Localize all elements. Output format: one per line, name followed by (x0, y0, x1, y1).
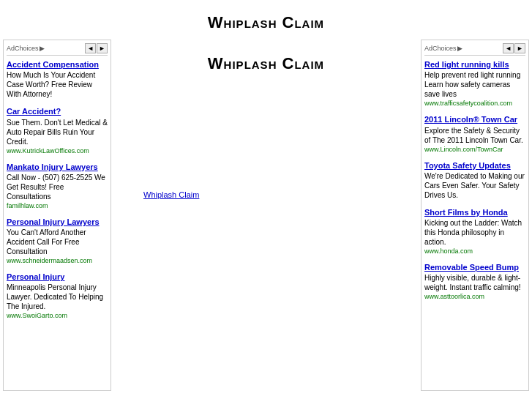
right-ad-body-3: Kicking out the Ladder: Watch this Honda… (424, 218, 525, 247)
left-ad-url-3: www.schneidermaadsen.com (7, 257, 108, 264)
right-ad-nav: ◄ ► (503, 43, 525, 53)
right-ad-item-1: 2011 Lincoln® Town Car Explore the Safet… (424, 114, 525, 152)
right-ad-title-0[interactable]: Red light running kills (424, 59, 525, 70)
left-ad-url-2: familhlaw.com (7, 202, 108, 209)
left-ad-body-3: You Can't Afford Another Accident Call F… (7, 228, 108, 256)
left-ad-body-2: Call Now - (507) 625-2525 We Get Results… (7, 173, 108, 201)
right-ad-body-4: Highly visible, durable & light- weight.… (424, 273, 525, 292)
left-ad-item-3: Personal Injury Lawyers You Can't Afford… (7, 217, 108, 264)
right-ad-body-2: We're Dedicated to Making our Cars Even … (424, 171, 525, 200)
right-ad-body-1: Explore the Safety & Security of The 201… (424, 126, 525, 145)
right-ad-body-0: Help prevent red light running Learn how… (424, 70, 525, 99)
breadcrumb[interactable]: Whiplash Claim (143, 190, 199, 199)
left-ad-url-1: www.KutrickLawOffices.com (7, 147, 108, 154)
right-ad-header: AdChoices ▶ ◄ ► (424, 43, 525, 56)
left-ad-item-0: Accident Compensation How Much Is Your A… (7, 59, 108, 99)
left-ad-title-4[interactable]: Personal Injury (7, 272, 108, 282)
left-ad-item-4: Personal Injury Minneapolis Personal Inj… (7, 272, 108, 319)
left-adchoices-arrow: ▶ (40, 45, 45, 52)
main-layout: AdChoices ▶ ◄ ► Accident Compensation Ho… (0, 40, 532, 391)
page-top-title: Whiplash Claim (0, 0, 532, 40)
center-main-title: Whiplash Claim (208, 54, 324, 73)
left-ad-prev[interactable]: ◄ (85, 43, 96, 53)
right-ad-prev[interactable]: ◄ (503, 43, 514, 53)
left-ad-title-3[interactable]: Personal Injury Lawyers (7, 217, 108, 227)
right-ad-url-4: www.asttoorlica.com (424, 293, 525, 300)
left-ad-nav: ◄ ► (85, 43, 108, 53)
center-content: Whiplash Claim Whiplash Claim (114, 40, 418, 391)
right-ad-next[interactable]: ► (514, 43, 525, 53)
left-ad-title-0[interactable]: Accident Compensation (7, 59, 108, 70)
right-ad-title-4[interactable]: Removable Speed Bump (424, 262, 525, 272)
left-ad-column: AdChoices ▶ ◄ ► Accident Compensation Ho… (3, 40, 111, 391)
left-ad-body-0: How Much Is Your Accident Case Worth? Fr… (7, 70, 108, 99)
left-ad-item-1: Car Accident? Sue Them. Don't Let Medica… (7, 106, 108, 154)
right-ad-item-0: Red light running kills Help prevent red… (424, 59, 525, 107)
right-adchoices-arrow: ▶ (457, 45, 462, 52)
left-adchoices-label: AdChoices ▶ (7, 45, 45, 52)
left-ad-url-4: www.SwoiGarto.com (7, 312, 108, 319)
right-ad-url-1: www.Lincoln.com/TownCar (424, 146, 525, 153)
left-ad-title-1[interactable]: Car Accident? (7, 106, 108, 116)
left-ad-body-1: Sue Them. Don't Let Medical & Auto Repai… (7, 118, 108, 146)
left-ad-header: AdChoices ▶ ◄ ► (7, 43, 108, 56)
right-ad-item-2: Toyota Safety Updates We're Dedicated to… (424, 160, 525, 200)
right-ad-item-4: Removable Speed Bump Highly visible, dur… (424, 262, 525, 300)
right-ad-title-2[interactable]: Toyota Safety Updates (424, 160, 525, 171)
right-ad-item-3: Short Films by Honda Kicking out the Lad… (424, 207, 525, 255)
right-ad-title-1[interactable]: 2011 Lincoln® Town Car (424, 114, 525, 124)
right-ad-url-3: www.honda.com (424, 247, 525, 255)
left-ad-body-4: Minneapolis Personal Injury Lawyer. Dedi… (7, 283, 108, 311)
right-ad-url-0: www.trafficsafetycoalition.com (424, 100, 525, 107)
right-adchoices-label: AdChoices ▶ (424, 45, 462, 52)
left-ad-title-2[interactable]: Mankato Injury Lawyers (7, 162, 108, 172)
right-adchoices-text: AdChoices (424, 45, 457, 52)
right-ad-title-3[interactable]: Short Films by Honda (424, 207, 525, 217)
left-adchoices-text: AdChoices (7, 45, 39, 52)
left-ad-item-2: Mankato Injury Lawyers Call Now - (507) … (7, 162, 108, 209)
right-ad-column: AdChoices ▶ ◄ ► Red light running kills … (421, 40, 529, 391)
left-ad-next[interactable]: ► (97, 43, 108, 53)
